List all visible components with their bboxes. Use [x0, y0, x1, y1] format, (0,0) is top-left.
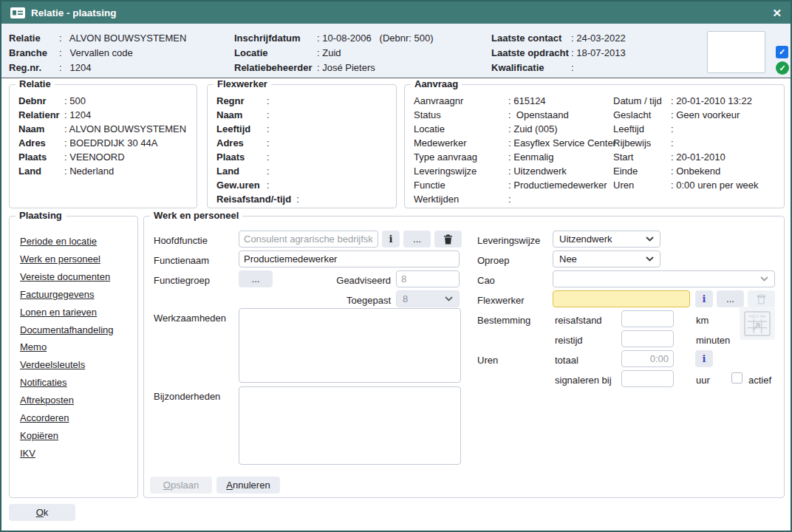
aanvraag-medewerker: Medewerker: Easyflex Service Center — [414, 136, 616, 150]
relatie-debnr: Debnr: 500 — [18, 94, 197, 108]
sidebar-item-documentafhandeling[interactable]: Documentafhandeling — [20, 321, 137, 339]
route-planner-button[interactable]: 4117 AA — [740, 307, 775, 340]
cao-label: Cao — [477, 275, 495, 286]
chevron-down-icon — [646, 256, 654, 262]
reisafstand-input[interactable] — [621, 310, 674, 327]
totaal-label: totaal — [555, 355, 578, 366]
werkzaamheden-textarea[interactable] — [239, 308, 461, 383]
trash-icon — [757, 294, 766, 304]
header-row-relatie: Relatie: ALVON BOUWSYSTEMEN — [9, 30, 186, 45]
reistijd-input[interactable] — [621, 330, 674, 347]
header-row-relatiebeheerder: Relatiebeheerder: José Pieters — [234, 60, 434, 75]
geadviseerd-input[interactable] — [396, 270, 460, 287]
aanvraag-groupbox: Aanvraag Aanvraagnr: 615124 Status: Open… — [404, 84, 785, 208]
svg-text:4117 AA: 4117 AA — [749, 313, 767, 318]
relation-header: Relatie: ALVON BOUWSYSTEMEN Branche: Ver… — [1, 24, 791, 78]
flexwerker-gewuren: Gew.uren: — [216, 178, 396, 192]
sidebar-item-lonen-en-tarieven[interactable]: Lonen en tarieven — [20, 304, 137, 321]
annuleren-button[interactable]: Annuleren — [216, 477, 280, 494]
header-row-inschrijfdatum: Inschrijfdatum: 10-08-2006 (Debnr: 500) — [234, 30, 434, 45]
oproep-select[interactable]: Nee — [553, 250, 660, 267]
functienaam-input[interactable] — [239, 250, 460, 267]
aanvraag-aanvraagnr: Aanvraagnr: 615124 — [414, 94, 616, 108]
relatie-relatienr: Relatienr: 1204 — [18, 108, 197, 122]
hoofdfunctie-info-button[interactable]: i — [382, 231, 400, 248]
flexwerker-plaats: Plaats: — [216, 150, 396, 164]
photo-placeholder — [707, 31, 765, 73]
aanvraag-geslacht: Geslacht: Geen voorkeur — [613, 108, 759, 122]
werk-legend: Werk en personeel — [150, 210, 242, 221]
sidebar-item-verdeelsleutels[interactable]: Verdeelsleutels — [20, 356, 137, 374]
close-icon[interactable]: ✕ — [772, 7, 782, 18]
green-check-icon[interactable]: ✓ — [776, 61, 789, 75]
aanvraag-werktijden: Werktijden: — [414, 192, 616, 206]
actief-checkbox[interactable] — [731, 372, 742, 383]
flexwerker-browse-button[interactable]: ... — [717, 290, 744, 307]
functiegroep-browse-button[interactable]: ... — [239, 270, 273, 287]
flexwerker-delete-button[interactable] — [748, 290, 775, 307]
bijzonderheden-label: Bijzonderheden — [154, 391, 220, 402]
aanvraag-type: Type aanvraag: Eenmalig — [414, 150, 616, 164]
flexwerker-legend: Flexwerker — [214, 78, 271, 89]
hoofdfunctie-delete-button[interactable] — [434, 231, 462, 248]
sidebar-item-vereiste-documenten[interactable]: Vereiste documenten — [20, 268, 137, 286]
sidebar-item-memo[interactable]: Memo — [20, 338, 137, 356]
header-col-1: Relatie: ALVON BOUWSYSTEMEN Branche: Ver… — [9, 30, 186, 75]
chevron-down-icon — [646, 236, 654, 242]
cao-select[interactable] — [553, 270, 775, 287]
aanvraag-uren: Uren: 0:00 uren per week — [613, 178, 759, 192]
hoofdfunctie-label: Hoofdfunctie — [154, 235, 208, 246]
leveringswijze-select[interactable]: Uitzendwerk — [553, 231, 660, 248]
functiegroep-label: Functiegroep — [154, 275, 210, 286]
sidebar-item-accorderen[interactable]: Accorderen — [20, 409, 137, 427]
sidebar-item-notificaties[interactable]: Notificaties — [20, 374, 137, 392]
actief-label: actief — [748, 375, 771, 386]
km-label: km — [696, 315, 709, 326]
sidebar-item-kopieren[interactable]: Kopiëren — [20, 427, 137, 445]
reisafstand-label: reisafstand — [555, 315, 602, 326]
relatie-groupbox: Relatie Debnr: 500 Relatienr: 1204 Naam:… — [9, 84, 197, 208]
totaal-input[interactable] — [621, 350, 674, 367]
ok-button[interactable]: Ok — [9, 504, 75, 521]
aanvraag-col-left: Aanvraagnr: 615124 Status: Openstaand Lo… — [414, 94, 616, 206]
aanvraag-legend: Aanvraag — [411, 78, 462, 89]
flexwerker-input[interactable] — [553, 290, 690, 307]
trash-icon — [443, 234, 453, 245]
aanvraag-leeftijd: Leeftijd: — [613, 122, 759, 136]
hoofdfunctie-browse-button[interactable]: ... — [403, 231, 431, 248]
signaleren-input[interactable] — [621, 370, 674, 387]
ellipsis-icon: ... — [252, 273, 260, 284]
aanvraag-einde: Einde: Onbekend — [613, 164, 759, 178]
checkbox-checked-icon[interactable]: ✓ — [776, 46, 788, 58]
header-row-laatste-opdracht: Laatste opdracht: 18-07-2013 — [491, 45, 626, 60]
oproep-label: Oproep — [477, 255, 509, 266]
functienaam-label: Functienaam — [154, 255, 209, 266]
titlebar: Relatie - plaatsing ✕ — [1, 1, 791, 24]
flexwerker-label: Flexwerker — [477, 295, 525, 306]
flexwerker-leeftijd: Leeftijd: — [216, 122, 396, 136]
sidebar-item-ikv[interactable]: IKV — [20, 445, 137, 463]
info-icon: i — [703, 353, 706, 364]
plaatsing-nav: Periode en locatie Werk en personeel Ver… — [10, 216, 137, 463]
relatie-plaats: Plaats: VEENOORD — [18, 150, 197, 164]
sidebar-item-periode-en-locatie[interactable]: Periode en locatie — [20, 233, 137, 250]
sidebar-item-factuurgegevens[interactable]: Factuurgegevens — [20, 286, 137, 304]
sidebar-item-werk-en-personeel[interactable]: Werk en personeel — [20, 250, 137, 268]
flexwerker-regnr: Regnr: — [216, 94, 396, 108]
uren-info-button[interactable]: i — [695, 350, 713, 367]
aanvraag-datum-tijd: Datum / tijd: 20-01-2010 13:22 — [613, 94, 759, 108]
aanvraag-locatie: Locatie: Zuid (005) — [414, 122, 616, 136]
werkzaamheden-label: Werkzaamheden — [154, 313, 226, 324]
minuten-label: minuten — [696, 335, 730, 346]
uren-label: Uren — [477, 355, 498, 366]
opslaan-button[interactable]: Opslaan — [150, 477, 212, 494]
bijzonderheden-textarea[interactable] — [239, 386, 461, 465]
signaleren-label: signaleren bij — [555, 375, 612, 386]
hoofdfunctie-input[interactable] — [239, 231, 378, 248]
flexwerker-info-button[interactable]: i — [695, 290, 713, 307]
sidebar-item-aftrekposten[interactable]: Aftrekposten — [20, 392, 137, 409]
flexwerker-naam: Naam: — [216, 108, 396, 122]
toegepast-select[interactable]: 8 — [396, 290, 460, 307]
window-title: Relatie - plaatsing — [31, 7, 117, 18]
header-row-branche: Branche: Vervallen code — [9, 45, 186, 60]
